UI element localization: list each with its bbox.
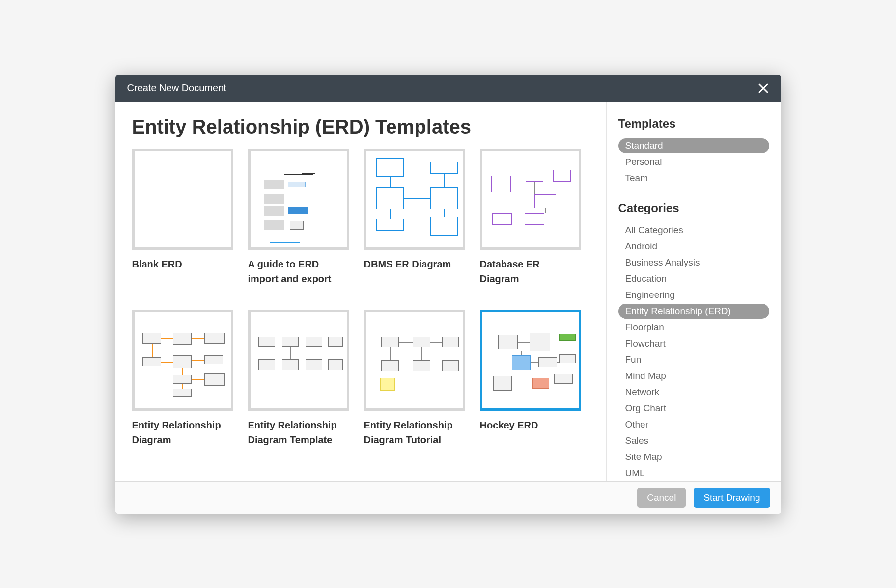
template-thumbnail — [248, 149, 349, 250]
template-thumbnail — [364, 149, 465, 250]
template-er-diagram-template[interactable]: Entity Relationship Diagram Template — [248, 310, 349, 447]
template-label: Entity Relationship Diagram Template — [248, 418, 349, 447]
sidebar[interactable]: Templates Standard Personal Team Categor… — [607, 102, 781, 481]
category-uml[interactable]: UML — [618, 466, 652, 481]
category-mind-map[interactable]: Mind Map — [618, 369, 673, 383]
template-hockey-erd[interactable]: Hockey ERD — [480, 310, 581, 447]
template-thumbnail — [132, 149, 233, 250]
category-other[interactable]: Other — [618, 417, 656, 432]
dialog-header: Create New Document — [115, 75, 781, 102]
template-database-er[interactable]: Database ER Diagram — [480, 149, 581, 286]
category-education[interactable]: Education — [618, 271, 674, 286]
template-label: A guide to ERD import and export — [248, 257, 349, 286]
template-grid: Blank ERD — [132, 149, 589, 447]
category-engineering[interactable]: Engineering — [618, 288, 682, 302]
template-thumbnail — [480, 149, 581, 250]
category-org-chart[interactable]: Org Chart — [618, 401, 673, 416]
category-android[interactable]: Android — [618, 239, 665, 254]
template-group-personal[interactable]: Personal — [618, 155, 669, 169]
page-title: Entity Relationship (ERD) Templates — [132, 116, 589, 138]
create-document-dialog: Create New Document Entity Relationship … — [115, 75, 781, 514]
category-flowchart[interactable]: Flowchart — [618, 336, 672, 351]
category-list: All Categories Android Business Analysis… — [618, 223, 769, 481]
template-group-list: Standard Personal Team — [618, 138, 769, 187]
template-label: Entity Relationship Diagram Tutorial — [364, 418, 465, 447]
template-group-team[interactable]: Team — [618, 171, 655, 186]
category-sales[interactable]: Sales — [618, 433, 656, 448]
category-fun[interactable]: Fun — [618, 352, 648, 367]
template-erd-guide[interactable]: A guide to ERD import and export — [248, 149, 349, 286]
dialog-footer: Cancel Start Drawing — [115, 481, 781, 514]
template-label: Blank ERD — [132, 257, 233, 271]
template-blank-erd[interactable]: Blank ERD — [132, 149, 233, 286]
category-all[interactable]: All Categories — [618, 223, 690, 238]
template-er-diagram-tutorial[interactable]: Entity Relationship Diagram Tutorial — [364, 310, 465, 447]
template-label: Entity Relationship Diagram — [132, 418, 233, 447]
dialog-body: Entity Relationship (ERD) Templates Blan… — [115, 102, 781, 481]
template-label: DBMS ER Diagram — [364, 257, 465, 271]
template-thumbnail — [132, 310, 233, 411]
dialog-title: Create New Document — [127, 82, 226, 94]
category-network[interactable]: Network — [618, 385, 667, 400]
template-thumbnail — [248, 310, 349, 411]
template-thumbnail — [364, 310, 465, 411]
category-erd[interactable]: Entity Relationship (ERD) — [618, 304, 769, 319]
start-drawing-button[interactable]: Start Drawing — [694, 488, 770, 508]
category-site-map[interactable]: Site Map — [618, 450, 669, 464]
template-label: Database ER Diagram — [480, 257, 581, 286]
templates-heading: Templates — [618, 117, 769, 131]
category-floorplan[interactable]: Floorplan — [618, 320, 671, 335]
close-icon[interactable] — [756, 80, 771, 96]
template-er-diagram[interactable]: Entity Relationship Diagram — [132, 310, 233, 447]
category-business-analysis[interactable]: Business Analysis — [618, 255, 707, 270]
categories-heading: Categories — [618, 201, 769, 215]
template-label: Hockey ERD — [480, 418, 581, 432]
template-dbms-er[interactable]: DBMS ER Diagram — [364, 149, 465, 286]
template-thumbnail — [480, 310, 581, 411]
template-group-standard[interactable]: Standard — [618, 138, 769, 153]
cancel-button[interactable]: Cancel — [637, 488, 686, 508]
templates-panel[interactable]: Entity Relationship (ERD) Templates Blan… — [115, 102, 607, 481]
